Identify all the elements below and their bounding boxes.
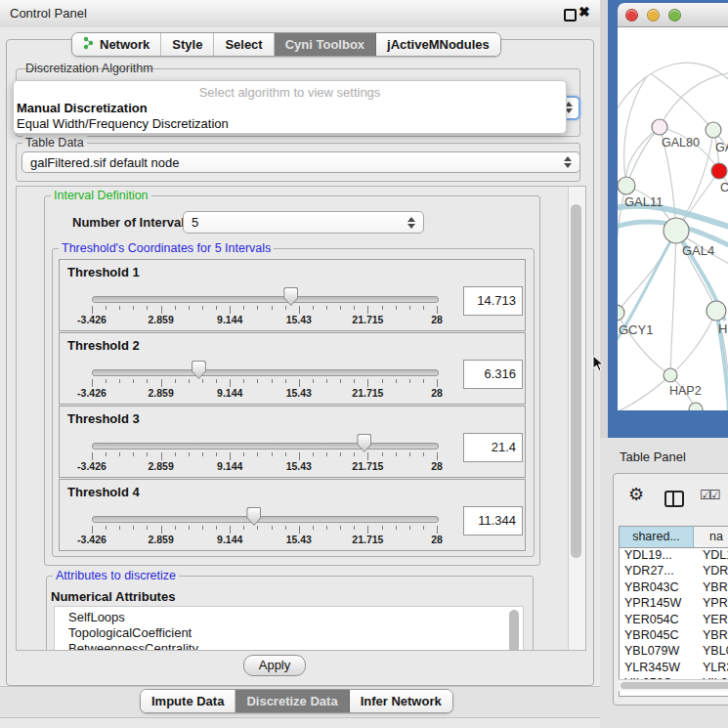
threshold-value-field[interactable]: 6.316	[463, 360, 523, 389]
table-row[interactable]: YDR27...YDR2	[620, 564, 728, 579]
cell-name: YBR0	[698, 628, 728, 644]
threshold-value-field[interactable]: 14.713	[463, 286, 523, 316]
tab-cyni-toolbox[interactable]: Cyni Toolbox	[275, 33, 376, 56]
tab-discretize-data[interactable]: Discretize Data	[236, 690, 349, 712]
network-node[interactable]	[664, 218, 689, 243]
network-node[interactable]	[689, 403, 703, 410]
slider-handle[interactable]	[283, 287, 298, 306]
list-item-betweennesscentrality[interactable]: BetweennessCentrality	[55, 641, 523, 651]
select-columns-checkboxes-icon[interactable]: ☑☑	[700, 488, 718, 502]
slider-handle[interactable]	[246, 507, 261, 526]
network-node[interactable]	[711, 163, 727, 179]
slider-tick	[92, 306, 93, 314]
table-row[interactable]: YBL079WYBL0	[620, 644, 728, 660]
gear-icon[interactable]: ⚙	[628, 486, 644, 503]
cell-name: YLR3	[698, 661, 728, 676]
slider-tick-label: 9.144	[217, 534, 242, 545]
network-node[interactable]	[652, 119, 667, 135]
numerical-attributes-list: SelfLoopsTopologicalCoefficientBetweenne…	[54, 606, 524, 651]
slider-tick	[354, 306, 355, 310]
slider-track[interactable]	[92, 369, 439, 376]
minimize-traffic-light-icon[interactable]	[647, 9, 660, 21]
column-header-shared-name[interactable]: shared...	[620, 527, 694, 547]
top-tab-bar: NetworkStyleSelectCyni ToolboxjActiveMNo…	[71, 32, 501, 57]
network-view-window[interactable]: GAL80GACGAL11GAL4GCY1HHAP2	[608, 0, 728, 438]
slider-tick	[354, 526, 355, 530]
network-node[interactable]	[664, 368, 677, 382]
tab-select[interactable]: Select	[214, 33, 274, 56]
popup-item-equal-width-frequency[interactable]: Equal Width/Frequency Discretization	[17, 116, 229, 131]
slider-handle[interactable]	[357, 434, 371, 452]
network-node-label: HAP2	[669, 384, 702, 398]
vertical-scrollbar-track[interactable]	[568, 187, 585, 650]
table-row[interactable]: YER054CYER0	[620, 613, 728, 628]
slider-tick	[382, 306, 383, 310]
table-row[interactable]: YLR345WYLR3	[620, 661, 728, 676]
slider-tick	[147, 452, 148, 456]
threshold-panel-4: Threshold 4-3.4262.8599.14415.4321.71528…	[59, 479, 526, 551]
slider-track[interactable]	[92, 516, 439, 523]
network-edge	[618, 231, 676, 313]
close-icon[interactable]: ✖	[578, 4, 590, 20]
network-window-titlebar[interactable]	[618, 3, 728, 27]
tab-infer-network[interactable]: Infer Network	[350, 690, 452, 712]
tab-label: jActiveMNodules	[387, 37, 490, 52]
cell-shared-name: YDL19...	[620, 548, 698, 564]
popup-item-manual-discretization[interactable]: Manual Discretization	[17, 101, 148, 115]
slider-tick	[285, 526, 286, 530]
close-traffic-light-icon[interactable]	[625, 9, 638, 21]
tab-network[interactable]: Network	[72, 33, 161, 56]
table-data-combobox[interactable]: galFiltered.sif default node	[21, 151, 580, 173]
horizontal-scrollbar-track[interactable]	[619, 679, 728, 691]
table-row[interactable]: YPR145WYPR1	[620, 596, 728, 612]
slider-tick	[243, 452, 244, 456]
slider-tick	[340, 452, 341, 456]
zoom-traffic-light-icon[interactable]	[668, 9, 681, 21]
network-edge	[660, 72, 728, 127]
column-header-name[interactable]: na	[694, 527, 728, 547]
vertical-scrollbar-thumb[interactable]	[571, 204, 581, 558]
network-node[interactable]	[618, 305, 624, 321]
slider-tick	[367, 379, 368, 387]
slider-track[interactable]	[92, 296, 439, 303]
tab-style[interactable]: Style	[161, 33, 214, 56]
list-item-topologicalcoefficient[interactable]: TopologicalCoefficient	[55, 625, 523, 641]
slider-tick-label: 15.43	[286, 534, 312, 545]
group-title: Threshold's Coordinates for 5 Intervals	[59, 241, 274, 255]
horizontal-scrollbar-thumb[interactable]	[621, 682, 728, 689]
slider-tick	[161, 306, 162, 314]
slider-track[interactable]	[92, 443, 439, 450]
show-columns-icon[interactable]	[664, 491, 684, 507]
table-row[interactable]: YDL19...YDL1	[620, 548, 728, 564]
slider-handle-body	[192, 361, 206, 379]
network-canvas-svg: GAL80GACGAL11GAL4GCY1HHAP2	[618, 27, 728, 410]
table-panel-title: Table Panel	[620, 450, 686, 464]
num-intervals-combobox[interactable]: 5	[183, 211, 424, 234]
network-canvas[interactable]: GAL80GACGAL11GAL4GCY1HHAP2	[618, 27, 728, 410]
slider-handle-face	[247, 508, 260, 525]
table-row[interactable]: YBR045CYBR0	[620, 628, 728, 644]
slider-tick-label: -3.426	[77, 387, 107, 399]
threshold-label: Threshold 3	[67, 411, 140, 426]
threshold-value-field[interactable]: 21.4	[463, 433, 523, 462]
table-row[interactable]: YBR043CYBR0	[620, 580, 728, 596]
threshold-value-field[interactable]: 11.344	[463, 506, 523, 535]
slider-tick	[313, 452, 314, 456]
slider-tick	[326, 526, 327, 530]
float-window-icon[interactable]	[564, 9, 577, 21]
tab-jactivemnodules[interactable]: jActiveMNodules	[376, 33, 500, 56]
tab-label: Impute Data	[151, 694, 224, 708]
cell-name: YBL0	[698, 644, 728, 660]
attributes-group: Attributes to discretize Numerical Attri…	[46, 576, 534, 651]
slider-handle[interactable]	[192, 361, 206, 379]
slider-tick-label: 2.859	[148, 460, 173, 472]
tab-impute-data[interactable]: Impute Data	[141, 690, 236, 712]
list-scrollbar-thumb[interactable]	[509, 610, 519, 651]
network-node[interactable]	[618, 177, 635, 194]
list-item-selfloops[interactable]: SelfLoops	[55, 610, 523, 625]
network-edge	[626, 127, 660, 186]
apply-button[interactable]: Apply	[243, 655, 306, 676]
slider-tick	[313, 379, 314, 383]
network-node[interactable]	[706, 122, 721, 138]
network-node[interactable]	[707, 301, 726, 321]
